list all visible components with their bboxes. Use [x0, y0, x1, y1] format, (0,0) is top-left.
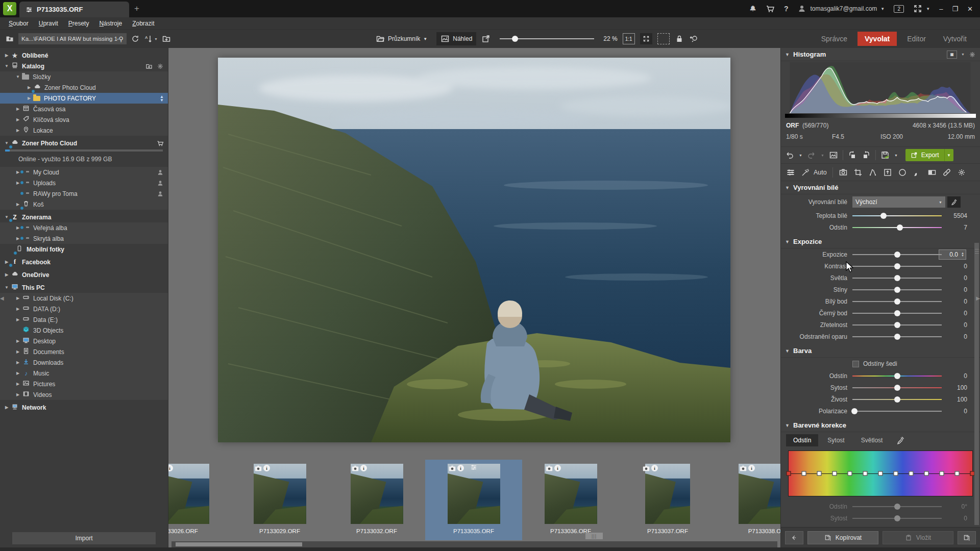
cart-icon[interactable]	[766, 4, 775, 13]
expander-icon[interactable]: ▶	[15, 360, 20, 365]
auto-label[interactable]: Auto	[814, 169, 827, 176]
exposure-value-input[interactable]: 0.0 ▲▼	[939, 249, 966, 260]
slider-handle[interactable]	[894, 322, 900, 328]
help-icon[interactable]: ?	[784, 5, 789, 13]
expander-icon[interactable]: ▶	[27, 96, 32, 101]
histogram-header[interactable]: ▼ Histogram ◙ ▼	[781, 48, 980, 61]
restore-button[interactable]: ❐	[952, 5, 958, 13]
white-point-slider[interactable]	[852, 301, 942, 302]
expander-icon[interactable]: ▶	[15, 349, 20, 354]
module-develop[interactable]: Vyvolat	[857, 32, 897, 46]
export-dropdown[interactable]: ▼	[944, 149, 953, 161]
minimize-button[interactable]: –	[939, 5, 943, 13]
expander-icon[interactable]: ▶	[15, 296, 20, 300]
photo-thumbnail[interactable]	[739, 464, 781, 524]
sidebar-item-keywords[interactable]: ▶ Klíčová slova	[0, 114, 168, 125]
compare-icon[interactable]	[689, 34, 698, 43]
hue-slider[interactable]	[852, 375, 942, 377]
module-editor[interactable]: Editor	[900, 32, 933, 46]
expander-icon[interactable]: ▶	[15, 317, 20, 322]
filmstrip-item[interactable]: i P7133029.ORF	[231, 460, 328, 540]
sidebar-item-location[interactable]: ▶ Lokace	[0, 125, 168, 136]
photo-thumbnail[interactable]	[168, 464, 209, 524]
sidebar-item-videos[interactable]: ▶ Videos	[0, 389, 168, 400]
spinner-arrows[interactable]: ▲▼	[960, 252, 966, 257]
sidebar-item-onedrive[interactable]: ▶ OneDrive	[0, 269, 168, 280]
shadows-slider[interactable]	[852, 289, 942, 290]
grayscale-checkbox-row[interactable]: Odstíny šedi	[781, 358, 980, 370]
revert-button[interactable]	[785, 531, 803, 544]
saturation-slider[interactable]	[852, 387, 942, 388]
slider-handle[interactable]	[894, 263, 900, 269]
menu-soubor[interactable]: Soubor	[4, 18, 33, 29]
expander-icon[interactable]: ▶	[4, 53, 9, 58]
camera-badge-icon[interactable]	[740, 465, 747, 472]
filmstrip-item[interactable]: i P7133038.O	[716, 460, 780, 540]
sidebar-item-data-e[interactable]: ▶ Data (E:)	[0, 314, 168, 325]
collapse-triangle-icon[interactable]: ▼	[785, 239, 793, 244]
notifications-bell-icon[interactable]: 🔔︎	[749, 5, 756, 13]
camera-badge-icon[interactable]	[255, 465, 262, 472]
browser-mode-button[interactable]: Průzkumník ▼	[372, 32, 431, 45]
cc-eyedropper-icon[interactable]	[896, 436, 905, 445]
tool-straighten-icon[interactable]	[868, 168, 877, 177]
info-badge-icon[interactable]: i	[748, 465, 755, 471]
close-button[interactable]: ✕	[967, 5, 973, 13]
menu-upravit[interactable]: Upravit	[34, 18, 63, 29]
histogram-mode-icon[interactable]: ◙	[947, 51, 957, 59]
filmstrip-scrollbar-grip[interactable]: |||	[585, 533, 603, 539]
account-menu[interactable]: tomasgalik7@gmail.com ▼	[797, 4, 885, 13]
sidebar-item-rawy-pro-toma[interactable]: RAWy pro Toma	[0, 188, 168, 199]
grayscale-checkbox[interactable]	[852, 361, 859, 367]
sidebar-item-zoner-photo-cloud[interactable]: ▼ Zoner Photo Cloud	[0, 138, 168, 148]
expander-icon[interactable]: ▼	[15, 74, 20, 79]
tool-adjustments-icon[interactable]	[786, 168, 795, 177]
sidebar-item-uploads[interactable]: ▶ Uploads	[0, 178, 168, 188]
second-monitor-icon[interactable]: 2	[894, 5, 904, 13]
panel-collapse-arrow[interactable]: ▶	[976, 295, 980, 301]
highlights-slider[interactable]	[852, 278, 942, 279]
horizontal-scrollbar[interactable]	[172, 541, 777, 547]
temperature-slider[interactable]	[852, 215, 942, 216]
gear-icon[interactable]	[969, 51, 976, 58]
photo-thumbnail[interactable]	[254, 464, 306, 524]
horizontal-scrollbar-handle[interactable]	[176, 542, 302, 546]
tool-settings-gear-icon[interactable]	[957, 168, 966, 177]
sidebar-item-facebook[interactable]: ▶ f Facebook	[0, 257, 168, 267]
refresh-icon[interactable]	[131, 34, 140, 43]
sidebar-item-local-disk-c[interactable]: ▶ Local Disk (C:)	[0, 293, 168, 304]
sidebar-collapse-arrow[interactable]: ◀	[0, 295, 4, 301]
expander-icon[interactable]: ▶	[15, 392, 20, 397]
export-button[interactable]: Export ▼	[905, 149, 953, 161]
black-point-slider[interactable]	[852, 313, 942, 314]
module-manager[interactable]: Správce	[814, 32, 854, 46]
external-preview-icon[interactable]	[481, 34, 491, 43]
chevron-down-icon[interactable]: ▼	[894, 154, 898, 157]
sidebar-item-mobile-photos[interactable]: Mobilní fotky	[0, 244, 168, 255]
camera-badge-icon[interactable]	[352, 465, 359, 472]
sidebar-item-pictures[interactable]: ▶ Pictures	[0, 379, 168, 389]
tool-brush-icon[interactable]	[913, 168, 922, 177]
slider-handle[interactable]	[851, 408, 857, 414]
sort-button[interactable]: ▼	[144, 34, 158, 43]
curve-node[interactable]	[801, 471, 806, 476]
curve-node[interactable]	[787, 471, 791, 476]
new-tab-button[interactable]: +	[129, 0, 144, 17]
expander-icon[interactable]: ▼	[4, 141, 9, 145]
document-tab[interactable]: P7133035.ORF	[19, 2, 129, 17]
cc-tab-hue[interactable]: Odstín	[786, 434, 818, 446]
expander-icon[interactable]: ▶	[15, 128, 20, 133]
cc-tab-lightness[interactable]: Světlost	[854, 434, 890, 446]
expander-icon[interactable]: ▶	[4, 260, 9, 264]
slider-handle[interactable]	[894, 275, 900, 281]
fullscreen-menu[interactable]: ▼	[913, 4, 930, 13]
slider-handle[interactable]	[894, 396, 900, 403]
expander-icon[interactable]: ▶	[4, 405, 9, 410]
slider-handle[interactable]	[894, 373, 900, 379]
search-input[interactable]: Ka...\FAROE I All RAW but missing 14 ⚲	[18, 33, 127, 44]
dehaze-slider[interactable]	[852, 336, 942, 337]
tool-autoenhance-wand-icon[interactable]	[801, 168, 810, 177]
sidebar-item-hidden-albums[interactable]: ▶ Skrytá alba	[0, 233, 168, 244]
zoom-slider-handle[interactable]	[512, 36, 518, 42]
cc-tab-saturation[interactable]: Sytost	[820, 434, 851, 446]
